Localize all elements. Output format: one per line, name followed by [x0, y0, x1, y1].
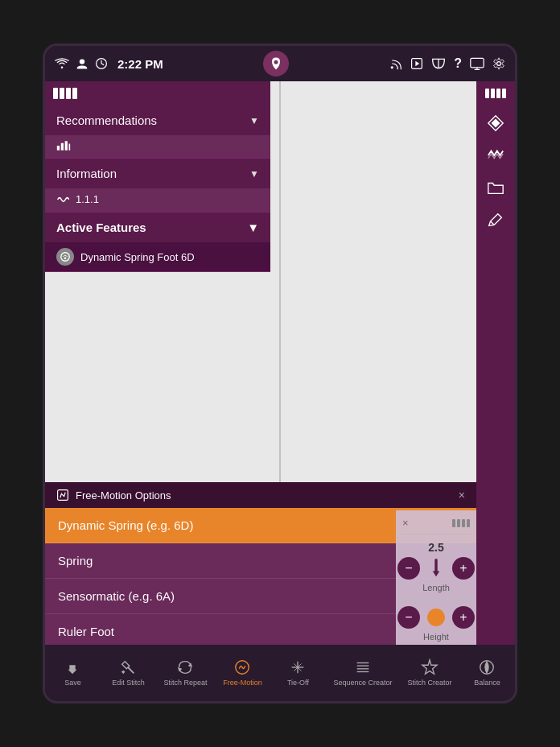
free-motion-nav-icon: [233, 658, 251, 676]
svg-rect-23: [434, 559, 437, 572]
ctrl-seg-1: [452, 519, 455, 527]
status-bar: 2:22 PM ?: [45, 46, 515, 81]
fm-item-3-label: Ruler Foot: [58, 625, 114, 638]
svg-point-4: [274, 60, 278, 64]
edit-stitch-icon: [119, 658, 137, 676]
fm-item-0-label: Dynamic Spring (e.g. 6D): [58, 518, 193, 532]
status-right-icons: ?: [389, 56, 505, 71]
bar-seg-2: [60, 88, 64, 99]
information-label: Information: [56, 167, 117, 180]
right-icon-folder[interactable]: [481, 173, 510, 202]
free-motion-icon: [56, 489, 69, 501]
stitch-creator-icon: [421, 658, 439, 676]
settings-icon[interactable]: [492, 57, 505, 70]
active-features-section: Active Features ▼ Dynamic Spring Foot 6D: [45, 213, 270, 272]
right-bar-seg-4: [502, 89, 506, 98]
svg-marker-24: [433, 571, 440, 576]
svg-point-17: [61, 253, 70, 262]
nav-save-label: Save: [64, 679, 81, 687]
height-label: Height: [423, 632, 449, 642]
active-features-row[interactable]: Active Features ▼: [45, 213, 270, 242]
right-icon-needle[interactable]: [481, 109, 510, 138]
right-bar-seg-3: [496, 89, 500, 98]
nav-free-motion-label: Free-Motion: [223, 679, 262, 687]
foot-icon: [56, 248, 74, 266]
controls-close[interactable]: ×: [402, 517, 409, 529]
nav-sequence-creator-label: Sequence Creator: [333, 679, 392, 687]
length-icon: [425, 557, 447, 580]
ctrl-seg-4: [467, 519, 470, 527]
nav-balance[interactable]: Balance: [467, 658, 507, 687]
controls-bar-segs: [452, 519, 470, 527]
nav-save[interactable]: Save: [52, 658, 93, 687]
status-left-icons: 2:22 PM: [55, 57, 163, 71]
length-value: 2.5: [428, 541, 443, 554]
wifi-icon: [55, 58, 69, 69]
length-control: 2.5 − + Length: [401, 541, 471, 592]
controls-divider: [401, 599, 471, 600]
stitch-icon: [56, 194, 69, 205]
bar-seg-4: [72, 88, 77, 99]
height-control: − + Height: [401, 606, 471, 642]
balance-icon: [478, 658, 496, 676]
recommendations-label: Recommendations: [56, 113, 157, 127]
tie-off-icon: [289, 658, 307, 676]
information-chevron: ▼: [249, 168, 259, 180]
ctrl-seg-3: [462, 519, 465, 527]
height-dot: [427, 609, 445, 626]
length-label: Length: [422, 583, 450, 592]
rss-icon: [389, 57, 402, 70]
monitor-icon: [470, 57, 484, 70]
nav-sequence-creator[interactable]: Sequence Creator: [333, 658, 392, 687]
right-icon-stitch[interactable]: [481, 141, 510, 170]
options-close[interactable]: ×: [459, 489, 465, 501]
nav-tie-off[interactable]: Tie-Off: [278, 658, 318, 687]
information-row[interactable]: Information ▼: [45, 159, 270, 188]
height-icon: [425, 606, 447, 629]
height-increase[interactable]: +: [452, 606, 475, 629]
height-decrease[interactable]: −: [397, 606, 420, 629]
nav-free-motion[interactable]: Free-Motion: [222, 658, 262, 687]
fm-item-2-label: Sensormatic (e.g. 6A): [58, 589, 175, 603]
nav-edit-stitch[interactable]: Edit Stitch: [108, 658, 148, 687]
chart-icon: [56, 140, 71, 151]
information-section: Information ▼ 1.1.1: [45, 159, 270, 213]
help-icon[interactable]: ?: [454, 56, 462, 71]
panel-header-bar: [45, 81, 270, 105]
svg-line-3: [101, 64, 104, 65]
options-header-left: Free-Motion Options: [56, 489, 171, 501]
options-title: Free-Motion Options: [76, 489, 171, 501]
right-bar-header: [480, 85, 512, 102]
svg-point-0: [80, 59, 84, 64]
nav-balance-label: Balance: [474, 679, 500, 687]
nav-stitch-repeat-label: Stitch Repeat: [163, 679, 207, 687]
svg-rect-14: [61, 143, 64, 151]
active-feature-item[interactable]: Dynamic Spring Foot 6D: [45, 242, 270, 271]
recommendations-section: Recommendations ▼: [45, 105, 270, 159]
status-time: 2:22 PM: [117, 57, 163, 71]
svg-point-5: [391, 66, 393, 68]
svg-rect-15: [65, 141, 68, 150]
svg-marker-36: [422, 660, 437, 674]
height-buttons: − +: [397, 606, 475, 629]
nav-stitch-creator[interactable]: Stitch Creator: [407, 658, 451, 687]
bar-seg-1: [53, 88, 58, 99]
svg-rect-9: [471, 58, 484, 67]
svg-point-18: [64, 257, 67, 259]
recommendations-row[interactable]: Recommendations ▼: [45, 105, 270, 135]
active-feature-label: Dynamic Spring Foot 6D: [80, 251, 195, 263]
stitch-repeat-icon: [176, 658, 194, 676]
length-increase[interactable]: +: [452, 557, 475, 580]
length-decrease[interactable]: −: [397, 557, 420, 580]
nav-stitch-repeat[interactable]: Stitch Repeat: [163, 658, 207, 687]
bottom-nav: Save Edit Stitch Stitch Repeat: [45, 645, 515, 701]
left-panel: Recommendations ▼ Information ▼: [45, 81, 270, 272]
clock-icon: [95, 57, 108, 70]
user-icon: [76, 57, 89, 70]
controls-top-bar: ×: [401, 515, 471, 534]
fm-item-1-label: Spring: [58, 554, 93, 567]
svg-marker-20: [492, 119, 500, 128]
right-icon-edit[interactable]: [481, 205, 510, 234]
device-frame: 2:22 PM ?: [43, 43, 517, 704]
bar-seg-3: [66, 88, 71, 99]
